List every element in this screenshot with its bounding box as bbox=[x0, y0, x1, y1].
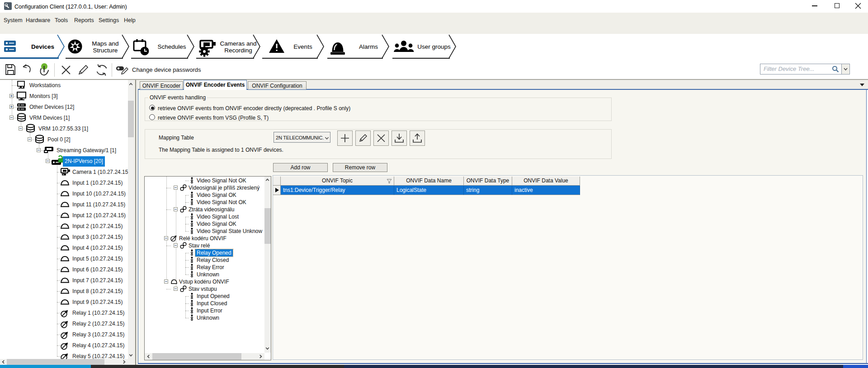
svg-text:Events: Events bbox=[293, 43, 312, 50]
svg-text:User groups: User groups bbox=[417, 43, 451, 50]
svg-text:Schedules: Schedules bbox=[157, 43, 186, 50]
svg-text:Maps and: Maps and bbox=[92, 40, 118, 47]
svg-text:Alarms: Alarms bbox=[359, 43, 378, 50]
svg-text:Devices: Devices bbox=[31, 43, 54, 50]
svg-text:Structure: Structure bbox=[93, 47, 118, 54]
svg-text:Recording: Recording bbox=[224, 47, 252, 54]
svg-text:Cameras and: Cameras and bbox=[220, 40, 256, 47]
